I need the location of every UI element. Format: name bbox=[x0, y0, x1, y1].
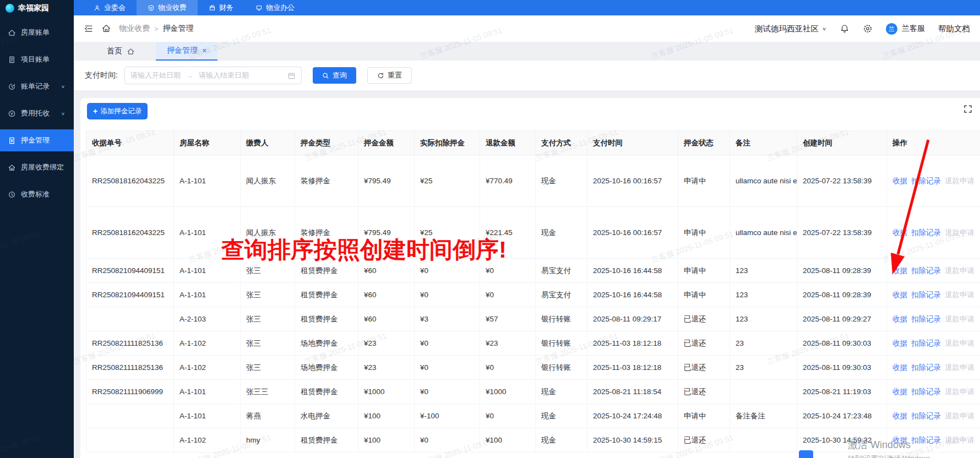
cell-deducted_amount: ¥0 bbox=[415, 331, 480, 356]
cell-receipt_no: RR250821111825136 bbox=[86, 331, 174, 356]
nav-item-property-fee[interactable]: 物业收费 bbox=[137, 0, 198, 15]
notification-bell-icon[interactable] bbox=[840, 24, 850, 34]
cell-refund_amount: ¥23 bbox=[480, 331, 536, 356]
fullscreen-icon[interactable] bbox=[963, 105, 972, 113]
table-row: A-1-102hmy租赁费押金¥100¥0¥100现金2025-10-30 14… bbox=[86, 428, 980, 452]
action-receipt[interactable]: 收据 bbox=[892, 266, 907, 275]
table-row: RR250821094409151A-1-101张三租赁费押金¥60¥0¥0易宝… bbox=[86, 283, 980, 307]
sidebar-item-house-bill[interactable]: 房屋账单 bbox=[0, 21, 74, 43]
action-receipt[interactable]: 收据 bbox=[892, 436, 907, 444]
cell-house_name: A-1-101 bbox=[174, 283, 241, 307]
column-header-deposit_amount: 押金金额 bbox=[358, 131, 415, 155]
action-deduction-record[interactable]: 扣除记录 bbox=[911, 266, 941, 275]
action-deduction-record[interactable]: 扣除记录 bbox=[911, 177, 941, 185]
search-icon bbox=[322, 72, 329, 79]
cell-status: 申请中 bbox=[678, 404, 730, 428]
cell-payer: 张三 bbox=[241, 283, 295, 307]
action-deduction-record[interactable]: 扣除记录 bbox=[911, 436, 941, 444]
table-row: RR250821111825136A-1-102张三场地费押金¥23¥0¥0银行… bbox=[86, 356, 980, 380]
sidebar-item-label: 房屋账单 bbox=[21, 28, 50, 37]
action-receipt[interactable]: 收据 bbox=[892, 228, 907, 237]
cell-ops: 收据扣除记录退款申请 bbox=[887, 331, 980, 356]
cell-deducted_amount: ¥0 bbox=[415, 380, 480, 404]
end-date-placeholder[interactable]: 请输入结束日期 bbox=[199, 70, 249, 80]
home-icon[interactable] bbox=[101, 24, 111, 34]
add-deposit-record-button[interactable]: + 添加押金记录 bbox=[87, 103, 148, 119]
cell-receipt_no: RR250818162043225 bbox=[86, 207, 174, 259]
calendar-icon bbox=[287, 72, 296, 80]
pagination-current-page[interactable] bbox=[799, 450, 813, 458]
cell-deposit_amount: ¥100 bbox=[358, 404, 415, 428]
action-deduction-record[interactable]: 扣除记录 bbox=[911, 412, 941, 420]
action-receipt[interactable]: 收据 bbox=[892, 363, 907, 372]
payment-time-range-input[interactable]: 请输入开始日期 → 请输入结束日期 bbox=[124, 67, 302, 84]
action-deduction-record[interactable]: 扣除记录 bbox=[911, 291, 941, 299]
table-row: A-2-103张三租赁费押金¥60¥3¥57银行转账2025-08-11 09:… bbox=[86, 307, 980, 331]
action-receipt[interactable]: 收据 bbox=[892, 339, 907, 347]
user-avatar[interactable]: 兰 bbox=[886, 23, 897, 35]
reset-button[interactable]: 重置 bbox=[367, 67, 412, 84]
refresh-icon bbox=[377, 72, 384, 79]
action-deduction-record[interactable]: 扣除记录 bbox=[911, 339, 941, 347]
brand-name: 幸福家园 bbox=[18, 3, 49, 13]
sidebar-item-deposit-manage[interactable]: 押金管理 bbox=[0, 129, 74, 151]
cell-remark bbox=[730, 428, 797, 452]
cell-pay_time: 2025-10-30 14:59:15 bbox=[587, 428, 678, 452]
community-name: 测试德玛西亚社区 bbox=[755, 24, 819, 34]
action-receipt[interactable]: 收据 bbox=[892, 412, 907, 420]
nav-item-office[interactable]: 物业办公 bbox=[244, 0, 306, 15]
cell-remark: 23 bbox=[730, 356, 797, 380]
add-deposit-record-label: 添加押金记录 bbox=[100, 107, 141, 116]
cell-deposit_type: 装修押金 bbox=[295, 155, 358, 207]
nav-item-committee[interactable]: 业委会 bbox=[83, 0, 137, 15]
close-icon[interactable]: × bbox=[202, 47, 206, 54]
community-selector[interactable]: 测试德玛西亚社区 ∨ bbox=[755, 24, 826, 34]
action-receipt[interactable]: 收据 bbox=[892, 291, 907, 299]
breadcrumb-section[interactable]: 物业收费 bbox=[119, 24, 150, 34]
action-receipt[interactable]: 收据 bbox=[892, 177, 907, 185]
nav-item-finance[interactable]: 财务 bbox=[198, 0, 244, 15]
collapse-sidebar-icon[interactable] bbox=[84, 24, 94, 34]
range-separator: → bbox=[186, 72, 193, 80]
action-deduction-record[interactable]: 扣除记录 bbox=[911, 363, 941, 372]
annotation-text: 查询排序按照创建时间倒序! bbox=[221, 235, 507, 265]
help-link[interactable]: 帮助文档 bbox=[938, 24, 970, 34]
cell-pay_time: 2025-08-11 09:29:17 bbox=[587, 307, 678, 331]
search-button[interactable]: 查询 bbox=[313, 67, 356, 84]
sidebar-item-fee-collect[interactable]: 费用托收∨ bbox=[0, 102, 74, 124]
home-icon bbox=[127, 47, 135, 56]
cell-ops: 收据扣除记录退款申请 bbox=[887, 155, 980, 207]
fee-standard-icon bbox=[8, 190, 16, 199]
property-fee-icon bbox=[148, 4, 155, 12]
tab-deposit-management[interactable]: 押金管理 × bbox=[156, 42, 217, 61]
action-deduction-record[interactable]: 扣除记录 bbox=[911, 315, 941, 323]
column-header-remark: 备注 bbox=[730, 131, 797, 155]
cell-pay_time: 2025-11-03 18:12:18 bbox=[587, 356, 678, 380]
action-receipt[interactable]: 收据 bbox=[892, 388, 907, 396]
cell-pay_method: 现金 bbox=[536, 404, 587, 428]
settings-gear-icon[interactable] bbox=[863, 24, 873, 34]
action-refund-apply: 退款申请 bbox=[945, 315, 974, 323]
cell-created_at: 2025-07-22 13:58:39 bbox=[797, 207, 887, 259]
sidebar-item-project-bill[interactable]: 项目账单 bbox=[0, 48, 74, 70]
cell-deducted_amount: ¥0 bbox=[415, 283, 480, 307]
user-name[interactable]: 兰客服 bbox=[902, 24, 925, 34]
cell-created_at: 2025-08-21 11:19:03 bbox=[797, 380, 887, 404]
sidebar-item-bill-record[interactable]: 账单记录∨ bbox=[0, 75, 74, 97]
tab-home[interactable]: 首页 bbox=[99, 42, 143, 61]
action-receipt[interactable]: 收据 bbox=[892, 315, 907, 323]
sidebar-item-fee-standard[interactable]: 收费标准 bbox=[0, 183, 74, 205]
cell-pay_time: 2025-08-21 11:18:54 bbox=[587, 380, 678, 404]
start-date-placeholder[interactable]: 请输入开始日期 bbox=[130, 70, 181, 80]
action-deduction-record[interactable]: 扣除记录 bbox=[911, 388, 941, 396]
app-root: 幸福家园 房屋账单项目账单账单记录∨费用托收∨押金管理房屋收费绑定收费标准 业委… bbox=[0, 0, 980, 458]
sidebar-item-house-fee-bind[interactable]: 房屋收费绑定 bbox=[0, 156, 74, 178]
action-deduction-record[interactable]: 扣除记录 bbox=[911, 228, 941, 237]
cell-deducted_amount: ¥0 bbox=[415, 428, 480, 452]
cell-deducted_amount: ¥-100 bbox=[415, 404, 480, 428]
tab-label: 押金管理 bbox=[167, 46, 198, 56]
page-header: 物业收费 > 押金管理 测试德玛西亚社区 ∨ 兰 兰客服 帮助文档 bbox=[74, 15, 980, 42]
action-refund-apply: 退款申请 bbox=[945, 266, 974, 275]
cell-house_name: A-1-102 bbox=[174, 428, 241, 452]
cell-status: 申请中 bbox=[678, 155, 730, 207]
